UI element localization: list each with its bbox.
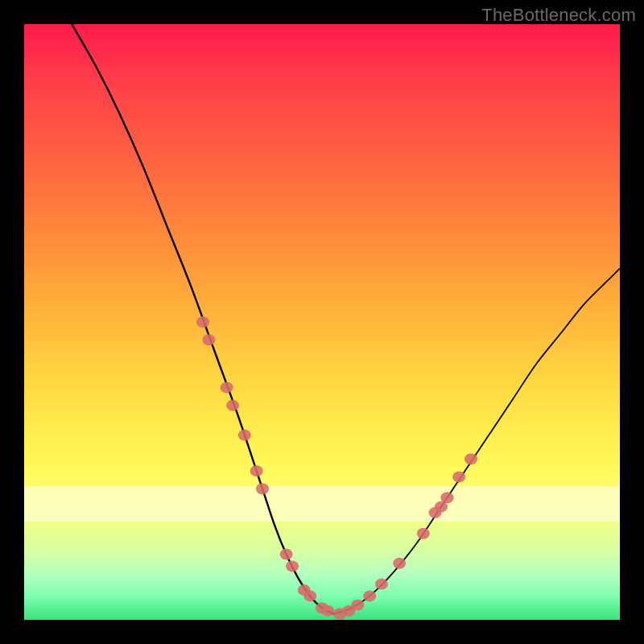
- gradient-plot-area: [24, 24, 620, 620]
- watermark-text: TheBottleneck.com: [481, 5, 636, 26]
- chart-frame: TheBottleneck.com: [0, 0, 644, 644]
